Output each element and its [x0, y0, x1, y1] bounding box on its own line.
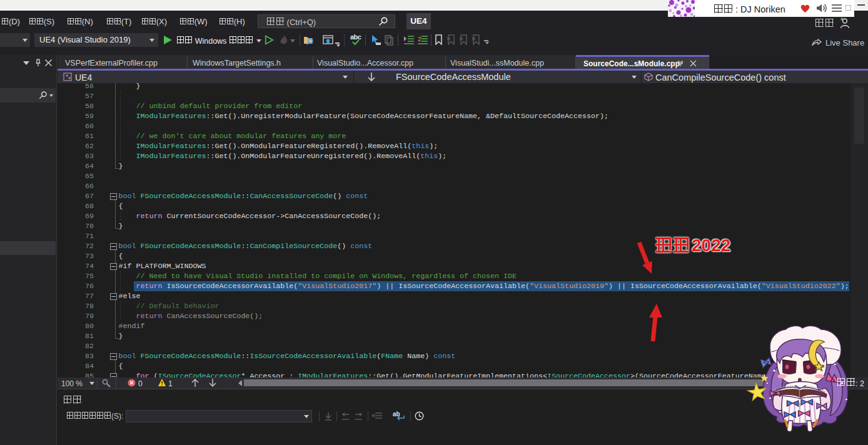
- svg-text:2: 2: [418, 36, 421, 43]
